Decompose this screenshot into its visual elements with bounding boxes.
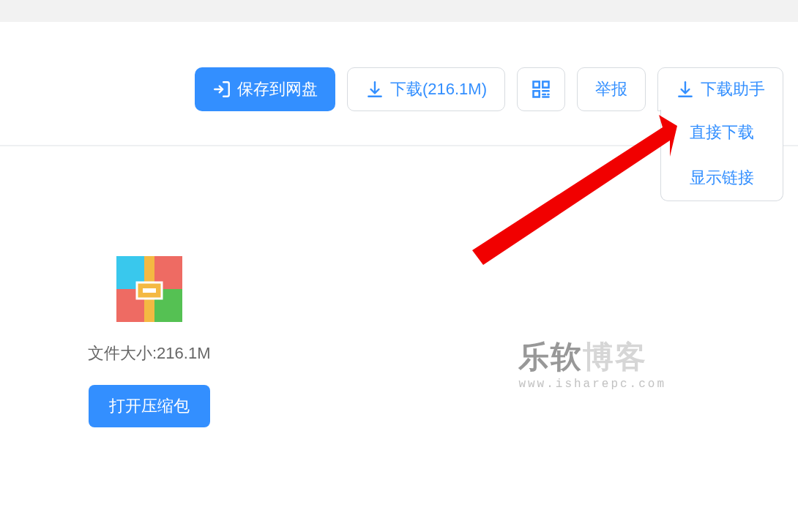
svg-rect-1 — [534, 82, 540, 88]
save-label: 保存到网盘 — [237, 78, 318, 100]
download-label: 下载(216.1M) — [390, 78, 487, 100]
svg-rect-14 — [143, 288, 156, 293]
report-button[interactable]: 举报 — [577, 67, 646, 111]
save-to-disk-button[interactable]: 保存到网盘 — [195, 67, 335, 111]
report-label: 举报 — [595, 78, 627, 100]
qr-button[interactable] — [517, 67, 565, 111]
file-size-text: 文件大小:216.1M — [88, 342, 211, 364]
content-area: 文件大小:216.1M 打开压缩包 乐软博客 www.isharepc.com — [0, 146, 798, 427]
download-icon — [365, 80, 384, 99]
watermark: 乐软博客 www.isharepc.com — [518, 337, 666, 391]
download-icon — [676, 80, 695, 99]
qr-icon — [531, 79, 551, 100]
svg-rect-2 — [542, 82, 548, 88]
file-panel: 文件大小:216.1M 打开压缩包 — [88, 256, 211, 427]
helper-label: 下载助手 — [701, 78, 765, 100]
watermark-blog: 博客 — [583, 340, 647, 374]
toolbar: 保存到网盘 下载(216.1M) 举报 — [0, 22, 798, 146]
header-bar — [0, 0, 798, 22]
open-archive-button[interactable]: 打开压缩包 — [89, 385, 210, 427]
watermark-url: www.isharepc.com — [518, 378, 666, 391]
svg-rect-3 — [534, 91, 540, 97]
download-helper-dropdown: 下载助手 直接下载 显示链接 — [657, 67, 783, 111]
download-button[interactable]: 下载(216.1M) — [347, 67, 505, 111]
export-icon — [212, 80, 231, 99]
watermark-brand: 乐软 — [518, 340, 583, 374]
download-helper-button[interactable]: 下载助手 — [657, 67, 783, 111]
archive-file-icon — [116, 256, 182, 322]
